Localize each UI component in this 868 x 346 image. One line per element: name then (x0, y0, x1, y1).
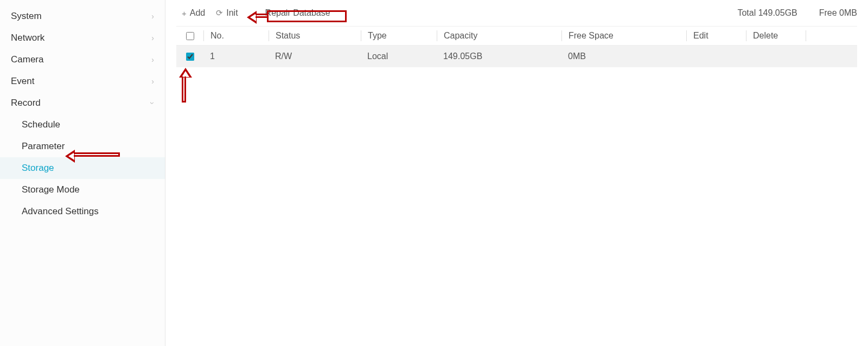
sidebar-item-label: System (11, 11, 42, 22)
cell-free: 0MB (561, 52, 686, 61)
sidebar-item-network[interactable]: Network › (0, 27, 165, 49)
col-header-delete: Delete (746, 30, 806, 41)
col-header-type: Type (361, 30, 437, 41)
table-header: No. Status Type Capacity Free Space Edit… (176, 26, 857, 46)
col-header-free-space: Free Space (561, 30, 686, 41)
col-header-capacity: Capacity (437, 30, 561, 41)
sidebar-item-label: Network (11, 33, 44, 43)
sidebar-sub-schedule[interactable]: Schedule (0, 114, 165, 136)
cell-capacity: 149.05GB (437, 52, 561, 61)
button-label: Add (190, 8, 205, 18)
sidebar-item-system[interactable]: System › (0, 5, 165, 27)
row-checkbox[interactable] (186, 53, 194, 61)
toolbar: + Add ⟳ Init Repair Database Total 149.0… (176, 0, 857, 26)
row-select-cell (176, 53, 203, 61)
sidebar-sub-parameter[interactable]: Parameter (0, 136, 165, 157)
sidebar-item-camera[interactable]: Camera › (0, 49, 165, 71)
init-button[interactable]: ⟳ Init (210, 5, 243, 21)
chevron-down-icon: › (149, 102, 157, 105)
total-capacity-label: Total 149.05GB (737, 8, 797, 18)
button-label: Repair Database (265, 8, 330, 18)
sidebar: System › Network › Camera › Event › Reco… (0, 0, 165, 346)
sidebar-item-label: Record (11, 98, 41, 108)
sidebar-sub-storage-mode[interactable]: Storage Mode (0, 179, 165, 201)
col-header-status: Status (269, 30, 361, 41)
select-all-checkbox[interactable] (186, 32, 194, 40)
sidebar-sub-advanced-settings[interactable]: Advanced Settings (0, 201, 165, 222)
sidebar-item-event[interactable]: Event › (0, 71, 165, 92)
free-capacity-label: Free 0MB (819, 8, 857, 18)
table-row[interactable]: 1 R/W Local 149.05GB 0MB (176, 46, 857, 67)
refresh-icon: ⟳ (216, 8, 223, 18)
button-label: Init (226, 8, 238, 18)
repair-database-button[interactable]: Repair Database (260, 5, 336, 21)
sidebar-sub-label: Storage (22, 163, 54, 173)
chevron-right-icon: › (151, 34, 154, 42)
sidebar-sub-label: Parameter (22, 141, 65, 151)
col-header-end (806, 30, 813, 41)
chevron-right-icon: › (151, 12, 154, 21)
sidebar-sub-label: Advanced Settings (22, 206, 99, 216)
plus-icon: + (182, 9, 187, 18)
sidebar-sub-storage[interactable]: Storage (0, 157, 165, 179)
chevron-right-icon: › (151, 77, 154, 86)
sidebar-item-label: Event (11, 76, 34, 87)
cell-type: Local (361, 52, 437, 61)
sidebar-item-record[interactable]: Record › (0, 92, 165, 114)
select-all-cell (176, 32, 203, 40)
chevron-right-icon: › (151, 55, 154, 64)
cell-no: 1 (203, 52, 269, 61)
add-button[interactable]: + Add (176, 5, 210, 21)
col-header-edit: Edit (686, 30, 746, 41)
sidebar-item-label: Camera (11, 54, 43, 65)
sidebar-sub-label: Schedule (22, 119, 60, 130)
cell-status: R/W (269, 52, 361, 61)
sidebar-sub-label: Storage Mode (22, 184, 80, 195)
col-header-no: No. (203, 30, 269, 41)
main-content: + Add ⟳ Init Repair Database Total 149.0… (165, 0, 868, 346)
